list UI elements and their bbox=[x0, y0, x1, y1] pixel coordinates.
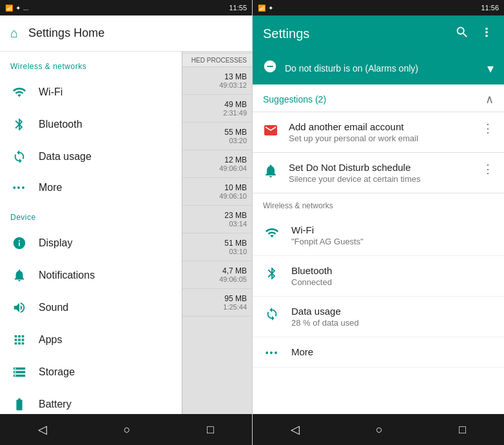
right-wifi-subtitle: "Fonpit AG Guests" bbox=[291, 237, 494, 246]
right-wifi-text: Wi-Fi "Fonpit AG Guests" bbox=[291, 224, 494, 246]
right-wifi-title: Wi-Fi bbox=[291, 224, 494, 235]
suggestions-collapse-icon[interactable]: ∧ bbox=[485, 92, 494, 106]
overflow-menu-icon[interactable] bbox=[480, 25, 494, 43]
cached-time-2: 03:20 bbox=[188, 137, 247, 144]
suggestion-email[interactable]: Add another email account Set up your pe… bbox=[253, 112, 504, 153]
sound-label: Sound bbox=[39, 302, 68, 313]
cached-item-1: 49 MB 2:31:49 bbox=[182, 95, 252, 123]
settings-item-display[interactable]: Display bbox=[0, 227, 182, 259]
back-button-right[interactable]: ◁ bbox=[275, 417, 315, 442]
dnd-text: Do not disturb is on (Alarms only) bbox=[285, 63, 480, 74]
right-status-time: 11:56 bbox=[481, 4, 499, 12]
right-status-bar: 📶 ✦ 11:56 bbox=[253, 0, 504, 15]
right-more-item[interactable]: ••• More bbox=[253, 337, 504, 368]
status-icon-1: 📶 bbox=[5, 5, 13, 12]
settings-item-wifi[interactable]: Wi-Fi bbox=[0, 76, 182, 108]
left-time: 11:55 bbox=[229, 4, 247, 12]
settings-item-bluetooth[interactable]: Bluetooth bbox=[0, 108, 182, 141]
suggestions-title: Suggestions (2) bbox=[263, 94, 326, 104]
suggestion-dnd-title: Set Do Not Disturb schedule bbox=[289, 162, 472, 173]
cached-time-5: 03:14 bbox=[188, 220, 247, 228]
recent-button-right[interactable]: □ bbox=[443, 418, 481, 442]
cached-time-4: 49:06:10 bbox=[188, 192, 247, 200]
settings-item-more-wireless[interactable]: ••• More bbox=[0, 173, 182, 203]
battery-icon bbox=[10, 397, 28, 411]
settings-item-battery[interactable]: Battery bbox=[0, 388, 182, 414]
data-usage-label: Data usage bbox=[39, 151, 92, 163]
left-content-area: Wireless & networks Wi-Fi Bluetooth bbox=[0, 52, 252, 414]
cached-mb-6: 51 MB bbox=[188, 239, 247, 248]
home-button-left[interactable]: ○ bbox=[108, 418, 146, 442]
wifi-label: Wi-Fi bbox=[39, 86, 63, 98]
suggestion-email-subtitle: Set up your personal or work email bbox=[289, 134, 472, 143]
recent-button-left[interactable]: □ bbox=[191, 418, 229, 442]
left-nav-bar: ◁ ○ □ bbox=[0, 414, 252, 445]
cached-time-1: 2:31:49 bbox=[188, 109, 247, 117]
search-icon[interactable] bbox=[455, 25, 469, 43]
settings-item-storage[interactable]: Storage bbox=[0, 356, 182, 388]
section-wireless-header: Wireless & networks bbox=[0, 52, 182, 76]
apps-label: Apps bbox=[39, 334, 62, 346]
right-data-item[interactable]: Data usage 28 % of data used bbox=[253, 297, 504, 337]
notifications-icon bbox=[10, 268, 28, 282]
right-wifi-item[interactable]: Wi-Fi "Fonpit AG Guests" bbox=[253, 215, 504, 256]
right-bluetooth-title: Bluetooth bbox=[291, 265, 494, 276]
notifications-label: Notifications bbox=[39, 270, 95, 281]
bell-suggestion-icon bbox=[263, 163, 278, 183]
right-status-icon-1: 📶 bbox=[258, 5, 266, 12]
right-data-text: Data usage 28 % of data used bbox=[291, 306, 494, 328]
display-icon bbox=[10, 236, 28, 250]
header-actions bbox=[455, 25, 494, 43]
data-icon bbox=[10, 150, 28, 164]
cached-time-6: 03:10 bbox=[188, 248, 247, 255]
cached-item-3: 12 MB 49:06:04 bbox=[182, 150, 252, 178]
right-wifi-icon bbox=[263, 226, 281, 240]
back-button-left[interactable]: ◁ bbox=[23, 417, 63, 442]
settings-item-sound[interactable]: Sound bbox=[0, 292, 182, 324]
settings-item-notifications[interactable]: Notifications bbox=[0, 259, 182, 292]
cached-header: HED PROCESSES bbox=[182, 54, 252, 67]
dnd-banner[interactable]: Do not disturb is on (Alarms only) ▾ bbox=[253, 52, 504, 84]
cached-time-0: 49:03:12 bbox=[188, 81, 247, 89]
storage-label: Storage bbox=[39, 366, 75, 378]
right-bluetooth-icon bbox=[263, 266, 281, 281]
settings-item-apps[interactable]: Apps bbox=[0, 324, 182, 356]
cached-item-2: 55 MB 03:20 bbox=[182, 123, 252, 150]
suggestion-email-title: Add another email account bbox=[289, 121, 472, 132]
suggestion-dnd-text: Set Do Not Disturb schedule Silence your… bbox=[289, 162, 472, 184]
right-data-icon bbox=[263, 307, 281, 321]
more-label: More bbox=[39, 182, 62, 193]
suggestion-dnd-more-icon[interactable]: ⋮ bbox=[482, 162, 494, 176]
right-data-subtitle: 28 % of data used bbox=[291, 318, 494, 328]
dnd-icon bbox=[263, 59, 277, 77]
section-device-header: Device bbox=[0, 203, 182, 227]
storage-icon bbox=[10, 365, 28, 379]
cached-mb-7: 4,7 MB bbox=[188, 266, 247, 275]
right-bluetooth-item[interactable]: Bluetooth Connected bbox=[253, 256, 504, 297]
suggestion-email-more-icon[interactable]: ⋮ bbox=[482, 121, 494, 135]
settings-item-data[interactable]: Data usage bbox=[0, 141, 182, 173]
left-header-title: Settings Home bbox=[28, 26, 104, 40]
cached-item-6: 51 MB 03:10 bbox=[182, 233, 252, 261]
home-button-right[interactable]: ○ bbox=[360, 418, 398, 442]
right-more-title: More bbox=[291, 346, 494, 357]
cached-mb-4: 10 MB bbox=[188, 183, 247, 192]
suggestions-section-header: Suggestions (2) ∧ bbox=[253, 84, 504, 112]
dnd-expand-icon[interactable]: ▾ bbox=[487, 61, 494, 76]
cached-mb-2: 55 MB bbox=[188, 128, 247, 137]
cached-mb-3: 12 MB bbox=[188, 155, 247, 164]
status-bar-time-left: 11:55 bbox=[229, 4, 247, 12]
sound-icon bbox=[10, 301, 28, 315]
cached-mb-5: 23 MB bbox=[188, 211, 247, 220]
left-panel: 📶 ✦ ... 11:55 ⌂ Settings Home Wireless &… bbox=[0, 0, 252, 445]
cached-mb-8: 95 MB bbox=[188, 294, 247, 303]
status-icon-bt: ✦ bbox=[15, 5, 21, 12]
bluetooth-icon bbox=[10, 117, 28, 132]
right-bluetooth-text: Bluetooth Connected bbox=[291, 265, 494, 287]
cached-mb-1: 49 MB bbox=[188, 100, 247, 109]
suggestion-dnd-subtitle: Silence your device at certain times bbox=[289, 174, 472, 184]
cached-item-4: 10 MB 49:06:10 bbox=[182, 178, 252, 206]
right-app-header: Settings bbox=[253, 15, 504, 52]
suggestion-dnd-schedule[interactable]: Set Do Not Disturb schedule Silence your… bbox=[253, 153, 504, 193]
cached-processes-column: HED PROCESSES 13 MB 49:03:12 49 MB 2:31:… bbox=[182, 52, 252, 414]
